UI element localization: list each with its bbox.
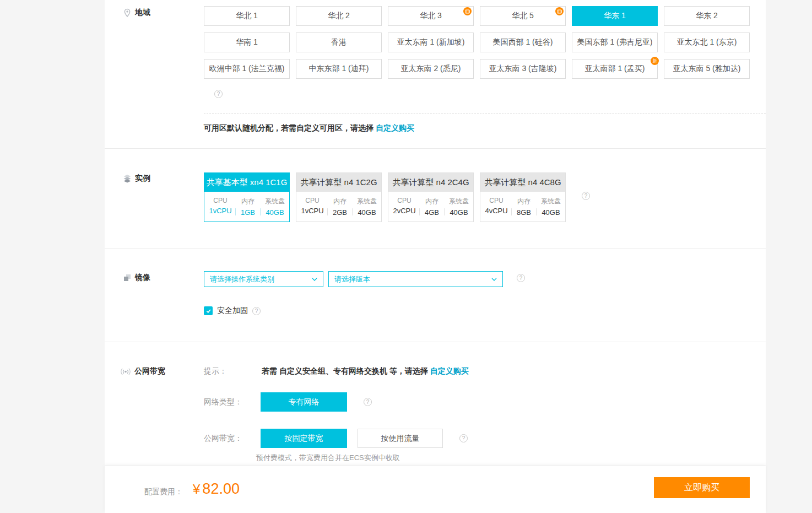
region-button-label: 华北 2 <box>328 11 350 21</box>
region-button-label: 亚太东南 3 (吉隆坡) <box>489 64 557 74</box>
cpu-header: CPU <box>481 197 512 204</box>
region-button-jakarta[interactable]: 亚太东南 5 (雅加达) <box>664 59 750 79</box>
region-button-singapore[interactable]: 亚太东南 1 (新加坡) <box>388 33 474 52</box>
memory-value: 1GB <box>236 208 260 217</box>
spec-divider <box>327 208 328 215</box>
cpu-header: CPU <box>297 197 328 204</box>
region-button-grid: 华北 1 华北 2 华北 3 华北 5 华东 1 华东 2 华南 1 香港 亚太… <box>204 6 752 79</box>
buy-now-button[interactable]: 立即购买 <box>654 477 750 498</box>
region-button-huanan-1[interactable]: 华南 1 <box>204 33 290 52</box>
security-checkbox[interactable] <box>204 306 213 315</box>
cpu-value: 2vCPU <box>389 207 420 215</box>
cpu-value: 1vCPU <box>297 207 328 215</box>
help-icon[interactable] <box>517 274 525 282</box>
memory-value: 4GB <box>420 208 444 217</box>
region-button-huabei-2[interactable]: 华北 2 <box>296 6 382 26</box>
help-icon[interactable] <box>582 192 590 200</box>
os-category-select-value: 请选择操作系统类别 <box>210 274 274 284</box>
memory-header: 内存 <box>236 197 260 206</box>
vpc-network-button[interactable]: 专有网络 <box>261 392 347 412</box>
instance-card-n4-2c4g[interactable]: 共享计算型 n4 2C4G CPU2vCPU 内存4GB 系统盘40GB <box>388 172 474 222</box>
price-amount: 82.00 <box>202 480 240 497</box>
security-hardening-row: 安全加固 <box>204 306 261 316</box>
disk-value: 40GB <box>444 208 474 217</box>
map-pin-icon <box>123 8 132 18</box>
help-icon[interactable] <box>214 90 223 98</box>
cpu-value: 1vCPU <box>205 207 236 215</box>
coupon-badge-icon <box>463 7 472 15</box>
prepaid-bandwidth-note: 预付费模式，带宽费用合并在ECS实例中收取 <box>256 453 400 463</box>
bandwidth-label-text: 公网带宽 <box>134 366 165 376</box>
region-button-label: 美国西部 1 (硅谷) <box>493 37 553 47</box>
instance-card-n4-4c8g[interactable]: 共享计算型 n4 4C8G CPU4vCPU 内存8GB 系统盘40GB <box>480 172 566 222</box>
instance-card-specs: CPU1vCPU 内存2GB 系统盘40GB <box>296 192 381 222</box>
region-button-us-east-1[interactable]: 美国东部 1 (弗吉尼亚) <box>572 33 658 52</box>
spec-divider <box>419 208 420 215</box>
disk-value: 40GB <box>352 208 382 217</box>
region-label-text: 地域 <box>135 8 150 18</box>
region-button-huabei-5[interactable]: 华北 5 <box>480 6 566 26</box>
cpu-value: 4vCPU <box>481 207 512 215</box>
layers-icon <box>123 174 132 183</box>
region-button-dubai[interactable]: 中东东部 1 (迪拜) <box>296 59 382 79</box>
region-button-label: 香港 <box>331 37 347 47</box>
help-icon[interactable] <box>252 307 261 315</box>
bandwidth-section-label: 公网带宽 <box>120 366 165 376</box>
region-button-frankfurt[interactable]: 欧洲中部 1 (法兰克福) <box>204 59 290 79</box>
region-button-huabei-3[interactable]: 华北 3 <box>388 6 474 26</box>
region-button-kuala-lumpur[interactable]: 亚太东南 3 (吉隆坡) <box>480 59 566 79</box>
instance-card-title: 共享计算型 n4 2C4G <box>388 173 473 192</box>
public-bandwidth-row: 公网带宽： 按固定带宽 按使用流量 <box>204 429 468 448</box>
spec-divider <box>260 208 261 215</box>
region-button-label: 华北 3 <box>420 11 442 21</box>
memory-value: 2GB <box>328 208 352 217</box>
image-icon <box>123 273 132 282</box>
instance-card-n4-1c2g[interactable]: 共享计算型 n4 1C2G CPU1vCPU 内存2GB 系统盘40GB <box>296 172 382 222</box>
instance-card-title: 共享计算型 n4 1C2G <box>296 173 381 192</box>
spec-divider <box>511 208 512 215</box>
chevron-down-icon <box>312 278 317 281</box>
region-dashed-divider <box>204 113 766 114</box>
custom-purchase-link[interactable]: 自定义购买 <box>430 366 469 375</box>
fixed-bandwidth-button[interactable]: 按固定带宽 <box>261 429 347 448</box>
region-button-tokyo[interactable]: 亚太东北 1 (东京) <box>664 33 750 52</box>
region-button-label: 华北 5 <box>512 11 534 21</box>
image-section-label: 镜像 <box>123 273 150 283</box>
help-icon[interactable] <box>364 398 372 406</box>
custom-purchase-link[interactable]: 自定义购买 <box>376 123 414 132</box>
cpu-header: CPU <box>389 197 420 204</box>
new-badge-text: 新 <box>653 59 657 63</box>
instance-section-label: 实例 <box>123 174 150 183</box>
currency-symbol: ¥ <box>193 482 200 496</box>
tip-label: 提示： <box>204 366 227 376</box>
region-button-huadong-2[interactable]: 华东 2 <box>664 6 750 26</box>
instance-card-xn4-1c1g[interactable]: 共享基本型 xn4 1C1G CPU1vCPU 内存1GB 系统盘40GB <box>204 172 290 222</box>
disk-value: 40GB <box>536 208 566 217</box>
help-icon[interactable] <box>459 434 468 442</box>
region-button-label: 中东东部 1 (迪拜) <box>309 64 369 74</box>
memory-header: 内存 <box>420 197 444 206</box>
instance-section: 实例 共享基本型 xn4 1C1G CPU1vCPU 内存1GB 系统盘40GB… <box>105 149 766 249</box>
os-category-select[interactable]: 请选择操作系统类别 <box>204 271 323 287</box>
region-button-hongkong[interactable]: 香港 <box>296 33 382 52</box>
region-button-sydney[interactable]: 亚太东南 2 (悉尼) <box>388 59 474 79</box>
region-button-huadong-1[interactable]: 华东 1 <box>572 6 658 26</box>
region-button-us-west-1[interactable]: 美国西部 1 (硅谷) <box>480 33 566 52</box>
os-version-select-value: 请选择版本 <box>334 274 370 284</box>
region-button-label: 亚太东南 5 (雅加达) <box>673 64 741 74</box>
image-label-text: 镜像 <box>135 273 150 283</box>
region-button-huabei-1[interactable]: 华北 1 <box>204 6 290 26</box>
image-section: 镜像 请选择操作系统类别 请选择版本 安全加固 <box>105 249 766 342</box>
os-version-select[interactable]: 请选择版本 <box>328 271 503 287</box>
region-button-label: 亚太南部 1 (孟买) <box>585 64 645 74</box>
instance-card-list: 共享基本型 xn4 1C1G CPU1vCPU 内存1GB 系统盘40GB 共享… <box>204 172 566 222</box>
spec-divider <box>235 208 236 215</box>
security-checkbox-label: 安全加固 <box>217 306 248 316</box>
pay-by-traffic-button[interactable]: 按使用流量 <box>358 429 443 448</box>
cost-label: 配置费用： <box>144 487 183 497</box>
spec-divider <box>444 208 445 215</box>
region-availability-note: 可用区默认随机分配，若需自定义可用区，请选择自定义购买 <box>204 123 414 133</box>
region-button-mumbai[interactable]: 亚太南部 1 (孟买) 新 <box>572 59 658 79</box>
tip-text: 若需 自定义安全组、专有网络交换机 等，请选择 自定义购买 <box>262 366 469 376</box>
region-button-label: 美国东部 1 (弗吉尼亚) <box>577 37 653 47</box>
